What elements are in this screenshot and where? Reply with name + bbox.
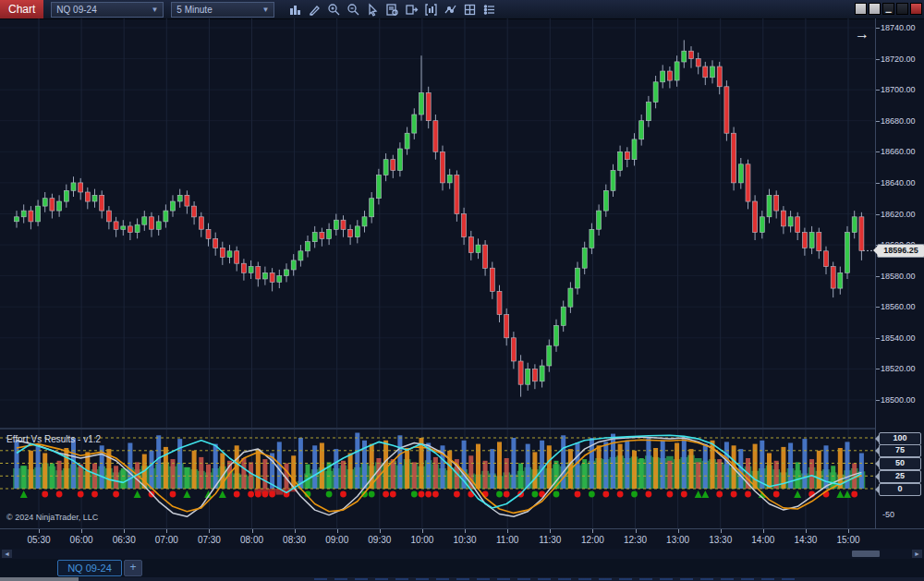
toolbar-icons	[287, 2, 496, 17]
price-tick-label: 18720.00	[881, 54, 916, 64]
indicator-level-badge: 50	[879, 457, 921, 470]
time-tick-mark	[209, 529, 210, 533]
time-tick-mark	[550, 529, 551, 533]
price-tick-label: 18680.00	[881, 116, 916, 126]
last-price-badge: 18596.25	[877, 244, 924, 258]
price-tick-label: 18620.00	[881, 210, 916, 219]
time-tick-mark	[763, 529, 764, 533]
time-tick-label: 11:00	[496, 535, 518, 545]
price-tick-label: 18740.00	[881, 23, 916, 32]
time-tick-label: 07:30	[198, 535, 221, 545]
time-tick-mark	[592, 529, 593, 533]
chart-region: → Effort Vs Results - v1.2 © 2024 NinjaT…	[0, 18, 924, 547]
price-tick-label: 18520.00	[881, 364, 916, 373]
bottom-edge-gray	[0, 577, 79, 581]
tab-nq-09-24[interactable]: NQ 09-24	[57, 560, 122, 576]
price-tick-mark	[876, 28, 880, 29]
tab-strip: NQ 09-24 +	[0, 559, 924, 577]
window-option-button-2[interactable]	[869, 3, 881, 15]
interval-dropdown[interactable]: 5 Minute ▼	[171, 2, 274, 18]
scroll-right-icon[interactable]: ►	[912, 550, 922, 558]
chart-plot-area[interactable]	[0, 18, 875, 528]
price-tick-mark	[876, 338, 880, 339]
window-option-button-1[interactable]	[855, 3, 867, 15]
background-window-glimpse	[314, 578, 795, 580]
time-tick-label: 15:00	[836, 535, 859, 545]
time-tick-label: 09:00	[325, 535, 348, 545]
time-tick-label: 10:00	[410, 535, 433, 545]
time-tick-label: 08:30	[283, 535, 306, 545]
regions-icon[interactable]	[423, 2, 438, 17]
properties-icon[interactable]	[462, 2, 477, 17]
list-icon[interactable]	[481, 2, 496, 17]
close-button[interactable]	[910, 3, 922, 15]
cursor-icon[interactable]	[365, 2, 380, 17]
indicator-level-badge: 25	[879, 470, 921, 483]
time-tick-label: 13:30	[709, 535, 732, 545]
time-tick-mark	[252, 529, 253, 533]
time-tick-label: 13:00	[666, 535, 689, 545]
indicator-label: Effort Vs Results - v1.2	[6, 434, 101, 444]
price-tick-label: 18640.00	[881, 178, 916, 188]
time-tick-mark	[295, 529, 296, 533]
horizontal-scrollbar[interactable]: ◄ ►	[0, 549, 924, 559]
time-tick-label: 08:00	[240, 535, 263, 545]
indicator-level-badge: 100	[879, 432, 921, 445]
toolbar: Chart NQ 09-24 ▼ 5 Minute ▼ ▁	[0, 0, 924, 19]
price-tick-mark	[876, 151, 880, 152]
time-tick-label: 10:30	[453, 535, 476, 545]
time-tick-label: 11:30	[539, 535, 561, 545]
price-tick-label: 18580.00	[881, 272, 916, 281]
drawing-tools-icon[interactable]	[307, 2, 322, 17]
add-tab-button[interactable]: +	[124, 560, 142, 576]
indicator-axis-label: -50	[882, 510, 894, 519]
price-tick-mark	[876, 183, 880, 184]
price-tick-mark	[876, 369, 880, 369]
window-controls: ▁	[855, 3, 922, 15]
scrollbar-thumb[interactable]	[852, 551, 880, 557]
zoom-in-icon[interactable]	[326, 2, 341, 17]
maximize-button[interactable]	[896, 3, 908, 15]
time-tick-mark	[380, 529, 381, 533]
indicators-icon[interactable]	[443, 2, 457, 17]
time-tick-mark	[39, 529, 40, 533]
time-tick-label: 14:30	[794, 535, 817, 545]
time-tick-mark	[806, 529, 807, 533]
chart-tab[interactable]: Chart	[0, 0, 43, 18]
indicator-level-badge: 75	[879, 444, 921, 457]
time-tick-mark	[848, 529, 849, 533]
chart-trader-icon[interactable]	[404, 2, 419, 17]
time-tick-mark	[81, 529, 82, 533]
price-tick-mark	[876, 59, 880, 60]
instrument-dropdown[interactable]: NQ 09-24 ▼	[51, 2, 164, 18]
time-axis[interactable]: 05:3006:0006:3007:0007:3008:0008:3009:00…	[0, 528, 924, 550]
go-to-latest-arrow[interactable]: →	[852, 26, 872, 42]
chevron-down-icon: ▼	[261, 6, 269, 14]
scroll-left-icon[interactable]: ◄	[2, 550, 12, 558]
price-tick-mark	[876, 90, 880, 91]
price-tick-label: 18560.00	[881, 302, 916, 311]
time-tick-label: 09:30	[368, 535, 391, 545]
time-tick-label: 14:00	[751, 535, 774, 545]
time-tick-mark	[337, 529, 338, 533]
time-tick-mark	[636, 529, 637, 533]
data-box-icon[interactable]	[384, 2, 399, 17]
time-tick-label: 06:00	[70, 535, 93, 545]
zoom-out-icon[interactable]	[346, 2, 360, 17]
time-tick-label: 12:00	[581, 535, 604, 545]
bottom-edge-strip	[0, 577, 924, 581]
time-tick-mark	[678, 529, 679, 533]
copyright-text: © 2024 NinjaTrader, LLC	[6, 513, 98, 522]
price-axis[interactable]: 18740.0018720.0018700.0018680.0018660.00…	[875, 18, 924, 528]
price-tick-mark	[876, 121, 880, 122]
time-tick-mark	[166, 529, 167, 533]
price-tick-label: 18660.00	[881, 147, 916, 156]
indicator-level-badge: 0	[879, 483, 921, 496]
chart-style-icon[interactable]	[287, 2, 302, 17]
time-tick-mark	[465, 529, 466, 533]
price-tick-mark	[876, 214, 880, 215]
price-tick-mark	[876, 307, 880, 308]
price-tick-mark	[876, 276, 880, 277]
minimize-button[interactable]: ▁	[882, 3, 894, 15]
panel-divider[interactable]	[0, 428, 875, 430]
